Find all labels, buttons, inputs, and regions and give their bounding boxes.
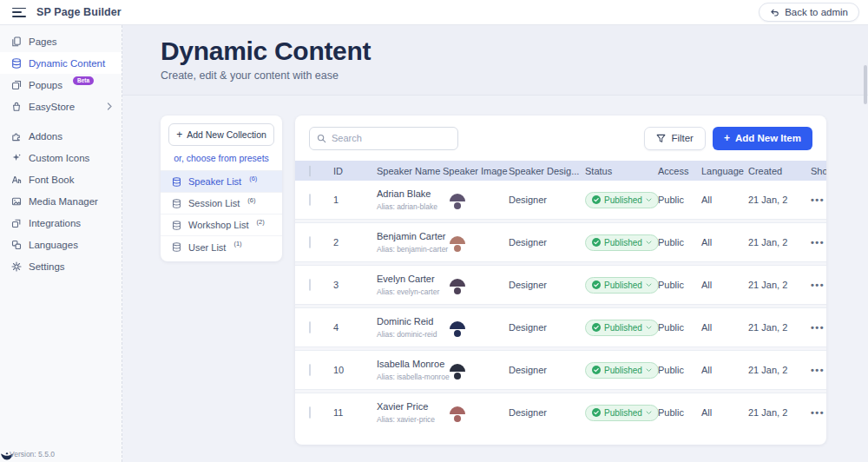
status-label: Published (604, 366, 642, 375)
main-content: + Add New Collection or, choose from pre… (122, 96, 868, 462)
choose-presets-link[interactable]: or, choose from presets (161, 146, 282, 170)
sidebar-item-media-manager[interactable]: Media Manager (0, 190, 122, 212)
topbar: SP Page Builder Back to admin (0, 0, 868, 25)
status-dropdown[interactable]: Published (585, 362, 659, 379)
status-dropdown[interactable]: Published (585, 192, 659, 208)
page-scrollbar[interactable] (864, 65, 867, 104)
row-checkbox[interactable] (309, 321, 311, 333)
check-circle-icon (592, 408, 601, 417)
add-new-collection-button[interactable]: + Add New Collection (168, 123, 274, 146)
cell-speaker-name: Adrian Blake Alias: adrian-blake (377, 188, 443, 211)
table-row: 4 Dominic Reid Alias: dominic-reid Desig… (295, 308, 826, 346)
status-dropdown[interactable]: Published (585, 234, 659, 251)
cell-language: All (701, 407, 748, 418)
row-actions-button[interactable]: ••• (811, 365, 825, 375)
cell-language: All (701, 322, 748, 333)
collection-item-user-list[interactable]: User List (1) (161, 236, 282, 258)
row-checkbox[interactable] (309, 279, 311, 291)
collection-item-label: Workshop List (188, 220, 249, 230)
status-dropdown[interactable]: Published (585, 405, 659, 421)
store-icon (11, 102, 22, 112)
image-icon (11, 196, 22, 207)
cell-alias: Alias: benjamin-carter (377, 245, 443, 254)
cell-id: 11 (333, 407, 377, 418)
return-arrow-icon (770, 8, 779, 17)
sidebar-item-languages[interactable]: Languages (0, 234, 122, 255)
row-checkbox[interactable] (309, 406, 311, 419)
sidebar-item-pages[interactable]: Pages (0, 30, 122, 52)
collection-count: (6) (247, 196, 255, 204)
check-circle-icon (592, 195, 601, 204)
row-actions-button[interactable]: ••• (811, 407, 825, 418)
status-label: Published (604, 280, 642, 290)
sidebar-item-popups[interactable]: Popups Beta (0, 74, 122, 96)
popups-icon (11, 80, 22, 90)
collection-item-label: Session List (188, 198, 240, 208)
cell-alias: Alias: isabella-monroe (377, 373, 443, 382)
status-dropdown[interactable]: Published (585, 320, 659, 336)
search-input[interactable] (332, 133, 450, 143)
database-icon (172, 177, 181, 187)
select-all-checkbox[interactable] (309, 165, 311, 177)
back-to-admin-button[interactable]: Back to admin (759, 3, 859, 22)
chevron-down-icon (646, 283, 652, 287)
menu-toggle-icon[interactable] (12, 8, 26, 17)
database-icon (172, 221, 181, 230)
cell-created: 21 Jan, 2 (748, 280, 811, 290)
collection-item-session-list[interactable]: Session List (6) (161, 193, 282, 214)
sidebar-item-integrations[interactable]: Integrations (0, 212, 122, 234)
plus-icon: + (176, 129, 182, 140)
table-body: 1 Adrian Blake Alias: adrian-blake Desig… (295, 181, 826, 432)
chevron-right-icon (107, 102, 113, 110)
cell-id: 10 (333, 365, 377, 375)
sidebar-item-settings[interactable]: Settings (0, 255, 122, 277)
row-actions-button[interactable]: ••• (811, 280, 825, 290)
sidebar-item-label: EasyStore (29, 102, 75, 112)
row-actions-button[interactable]: ••• (811, 322, 825, 333)
search-icon (317, 134, 326, 143)
table-row: 1 Adrian Blake Alias: adrian-blake Desig… (295, 181, 826, 219)
cell-designation: Designer (509, 237, 585, 248)
table-row: 10 Isabella Monroe Alias: isabella-monro… (295, 351, 826, 389)
sidebar-item-label: Settings (29, 261, 65, 272)
sidebar-item-font-book[interactable]: Font Book (0, 168, 122, 190)
table-row: 2 Benjamin Carter Alias: benjamin-carter… (295, 223, 826, 261)
cell-access: Public (658, 195, 701, 205)
cell-id: 4 (333, 322, 377, 333)
add-new-item-button[interactable]: + Add New Item (713, 127, 812, 150)
row-actions-button[interactable]: ••• (811, 195, 825, 205)
sidebar-item-addons[interactable]: Addons (0, 125, 122, 147)
languages-icon (11, 240, 22, 250)
row-checkbox[interactable] (309, 236, 311, 248)
sidebar-item-label: Media Manager (29, 196, 98, 207)
row-checkbox[interactable] (309, 364, 311, 376)
collections-panel: + Add New Collection or, choose from pre… (161, 116, 282, 261)
collection-item-speaker-list[interactable]: Speaker List (6) (161, 171, 282, 193)
column-header-status: Status (585, 166, 658, 176)
sidebar-item-easystore[interactable]: EasyStore (0, 96, 122, 117)
cell-alias: Alias: evelyn-carter (377, 287, 443, 297)
collection-item-workshop-list[interactable]: Workshop List (2) (161, 214, 282, 236)
sidebar-item-custom-icons[interactable]: Custom Icons (0, 147, 122, 168)
column-header-speaker-image: Speaker Image (443, 166, 509, 176)
add-new-item-label: Add New Item (735, 133, 801, 143)
row-checkbox[interactable] (309, 194, 311, 206)
cell-language: All (701, 237, 748, 248)
cell-created: 21 Jan, 2 (748, 322, 811, 333)
cell-created: 21 Jan, 2 (748, 407, 811, 418)
cell-alias: Alias: dominic-reid (377, 330, 443, 340)
cell-access: Public (658, 322, 701, 333)
filter-button[interactable]: Filter (644, 127, 706, 150)
cell-id: 3 (333, 280, 377, 290)
sidebar-item-dynamic-content[interactable]: Dynamic Content (0, 52, 122, 74)
sidebar-item-label: Addons (29, 131, 62, 142)
search-box (309, 127, 458, 150)
status-label: Published (604, 195, 642, 205)
row-actions-button[interactable]: ••• (811, 237, 825, 248)
collection-count: (2) (257, 218, 265, 226)
collection-count: (1) (233, 240, 241, 248)
integrations-icon (11, 218, 22, 228)
cell-id: 2 (333, 237, 377, 248)
column-header-language: Language (701, 166, 748, 176)
status-dropdown[interactable]: Published (585, 277, 659, 294)
